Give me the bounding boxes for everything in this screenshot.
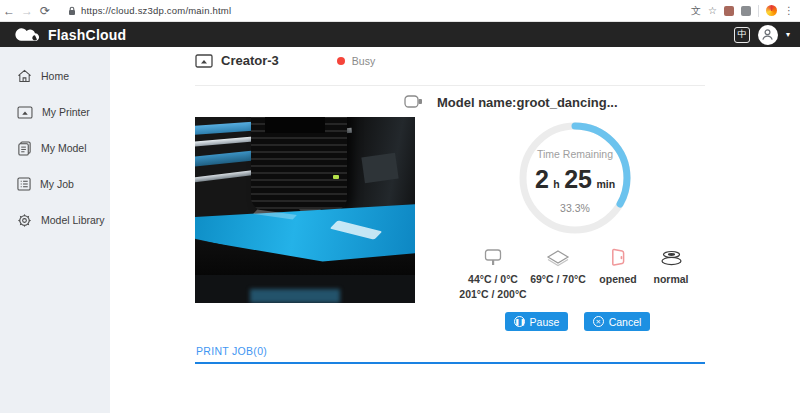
home-icon [17,69,32,83]
platform-temps: 69°C / 70°C [518,273,598,285]
filament-status: normal [642,273,700,285]
model-name: Model name:groot_dancing... [437,95,618,110]
pause-icon: ❚❚ [514,316,525,327]
sidebar-item-my-printer[interactable]: My Printer [0,94,110,130]
device-name: Creator-3 [221,53,279,68]
platform-icon [518,247,598,267]
cancel-label: Cancel [609,316,642,328]
time-remaining-label: Time Remaining [515,148,635,160]
status-platform: 69°C / 70°C [518,247,598,285]
printer-part [361,153,398,183]
browser-back-icon[interactable]: ← [0,4,18,18]
reflection [250,289,340,303]
model-library-icon [17,213,32,228]
cancel-button[interactable]: ✕ Cancel [584,312,650,331]
flashcloud-logo-icon [14,26,42,43]
url-text: https://cloud.sz3dp.com/main.html [81,5,231,16]
status-badge: Busy [352,55,375,67]
sidebar-item-label: Model Library [41,214,105,226]
sidebar-item-my-job[interactable]: My Job [0,166,110,202]
user-icon [761,28,774,41]
sidebar-item-label: My Model [41,142,87,154]
printer-icon [17,106,33,119]
bookmark-star-icon[interactable]: ☆ [708,5,717,16]
brand: FlashCloud [0,26,126,43]
address-bar[interactable]: https://cloud.sz3dp.com/main.html [62,3,582,19]
door-icon [588,247,648,267]
hours-value: 2 [535,165,549,193]
device-header: Creator-3 Busy [195,53,375,68]
browser-chrome: ← → ⟳ https://cloud.sz3dp.com/main.html … [0,0,800,22]
tab-underline [195,362,705,364]
progress-percent: 33.3% [515,202,635,214]
browser-reload-icon[interactable]: ⟳ [36,4,54,18]
brand-name: FlashCloud [48,27,126,43]
padlock-icon [68,6,76,16]
tab-print-job[interactable]: PRINT JOB(0) [196,345,267,357]
extension-colorful-icon[interactable] [766,5,777,16]
browser-forward-icon[interactable]: → [18,4,36,18]
extruder-top [265,117,325,133]
filament-spool-icon [642,247,700,267]
camera-feed [195,117,415,303]
cancel-icon: ✕ [593,316,604,327]
sidebar-item-model-library[interactable]: Model Library [0,202,110,238]
divider [195,85,705,86]
status-door: opened [588,247,648,285]
documents-icon [17,141,32,156]
toolbar-divider [758,5,759,17]
sidebar-item-label: My Printer [42,106,90,118]
minutes-unit: min [596,178,615,190]
app-header: FlashCloud 中 ▾ [0,22,800,47]
extruder-led [333,175,339,179]
sidebar-item-label: My Job [40,178,74,190]
header-right: 中 ▾ [734,25,800,45]
pause-label: Pause [530,316,560,328]
screen: ← → ⟳ https://cloud.sz3dp.com/main.html … [0,0,800,413]
avatar[interactable] [758,25,778,45]
job-list-icon [17,177,31,191]
status-dot [337,57,345,65]
sidebar-item-my-model[interactable]: My Model [0,130,110,166]
translate-icon[interactable]: 文 [691,4,701,18]
sidebar-item-label: Home [41,70,69,82]
device-printer-icon [195,54,213,68]
time-remaining-ring: Time Remaining 2 h 25 min 33.3% [515,118,635,238]
browser-menu-icon[interactable]: ⋮ [784,5,794,16]
browser-toolbar-right: 文 ☆ ⋮ [691,4,800,18]
hours-unit: h [553,178,559,190]
sidebar-item-home[interactable]: Home [0,58,110,94]
minutes-value: 25 [564,165,592,193]
door-status: opened [588,273,648,285]
time-remaining-value: 2 h 25 min [515,165,635,194]
account-caret-icon[interactable]: ▾ [786,30,790,39]
status-filament: normal [642,247,700,285]
language-toggle-button[interactable]: 中 [734,27,750,43]
extension-icon[interactable] [724,6,734,16]
camera-toggle-icon[interactable] [404,94,423,113]
sidebar: Home My Printer My Model My Job Model Li… [0,47,110,413]
extension-icon-2[interactable] [741,6,751,16]
extruder-temps-2: 201°C / 200°C [450,288,536,300]
pause-button[interactable]: ❚❚ Pause [505,312,568,331]
